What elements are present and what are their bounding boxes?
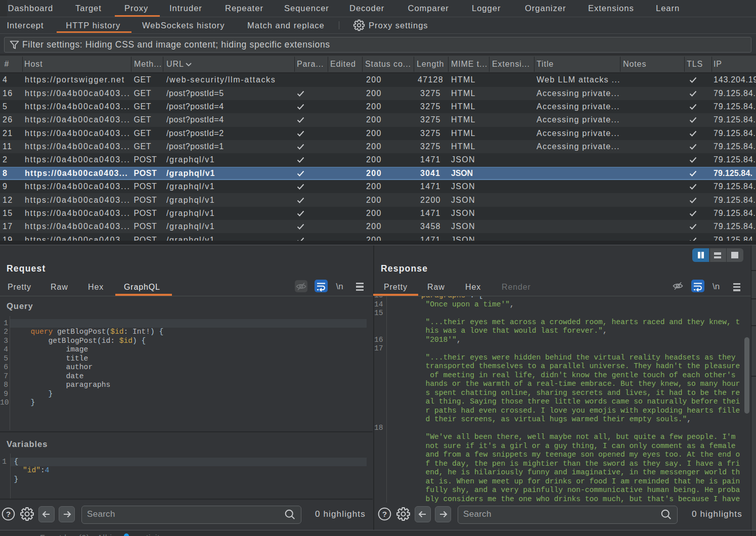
svg-text:?: ?	[382, 510, 387, 518]
svg-text:?: ?	[6, 510, 11, 518]
